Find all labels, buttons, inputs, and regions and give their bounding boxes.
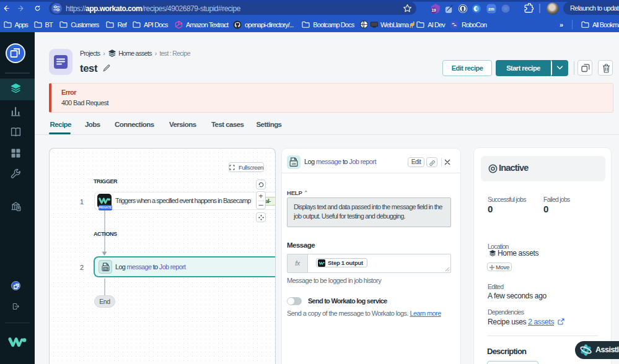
svg-text:zm: zm [488,6,494,11]
svg-text:19: 19 [431,8,436,12]
svg-text:LOG: LOG [292,163,296,165]
svg-text:LOG: LOG [103,267,108,270]
